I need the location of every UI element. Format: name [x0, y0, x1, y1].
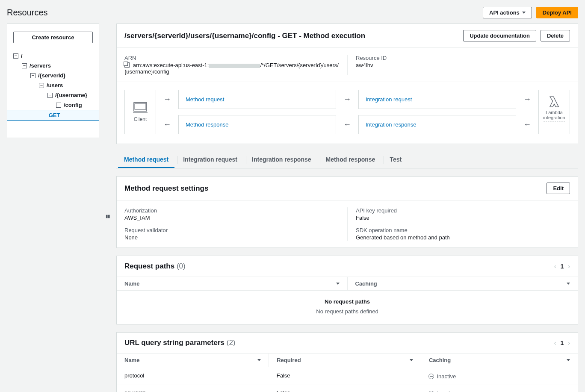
page-title: Resources — [7, 8, 48, 18]
next-page-icon[interactable]: › — [568, 339, 570, 346]
sort-icon — [567, 359, 570, 361]
arrow-right-icon: → — [162, 90, 172, 109]
arrow-right-icon: → — [522, 90, 532, 109]
method-request-settings-card: Method request settings Edit Authorizati… — [116, 176, 578, 248]
column-name[interactable]: Name — [117, 277, 347, 291]
api-actions-button[interactable]: API actions — [483, 7, 532, 18]
cell-name: sourceIp — [117, 384, 269, 392]
request-paths-pager: ‹ 1 › — [554, 263, 570, 270]
cell-name: protocol — [117, 367, 269, 384]
inactive-icon — [428, 374, 434, 379]
authorization-value: AWS_IAM — [124, 215, 339, 221]
query-params-table: Name Required Caching protocolFalseInact… — [117, 354, 578, 392]
tree-item-get[interactable]: GET — [7, 110, 99, 121]
arrow-right-icon: → — [342, 90, 352, 109]
arrow-left-icon: ← — [342, 115, 352, 134]
lambda-icon — [547, 94, 561, 110]
dotted-line — [544, 121, 565, 121]
query-params-card: URL query string parameters (2) ‹ 1 › Na… — [116, 332, 578, 392]
query-params-pager: ‹ 1 › — [554, 339, 570, 346]
validator-label: Request validator — [124, 227, 339, 233]
request-paths-empty-title: No request paths — [117, 291, 578, 308]
request-paths-card: Request paths (0) ‹ 1 › Name — [116, 256, 578, 324]
api-key-label: API key required — [356, 207, 570, 214]
arn-label: ARN — [124, 55, 339, 61]
tree-collapse-icon[interactable]: − — [22, 63, 27, 68]
flow-integration-response[interactable]: Integration response — [358, 115, 516, 134]
request-paths-empty-sub: No request paths defined — [117, 308, 578, 324]
cell-caching: Inactive — [421, 367, 578, 384]
sidebar-resize-handle[interactable]: ▮▮ — [106, 214, 109, 218]
method-request-settings-heading: Method request settings — [124, 184, 208, 193]
tree-collapse-icon[interactable]: − — [56, 103, 61, 108]
update-documentation-button[interactable]: Update documentation — [463, 30, 536, 41]
request-paths-heading: Request paths (0) — [124, 262, 186, 271]
redacted-account-id — [209, 64, 260, 68]
tree-item-root[interactable]: − / — [7, 51, 99, 61]
method-execution-title: /servers/{serverId}/users/{username}/con… — [124, 32, 365, 40]
method-tabs: Method request Integration request Integ… — [116, 152, 578, 168]
resource-id-label: Resource ID — [356, 55, 570, 61]
flow-integration-request[interactable]: Integration request — [358, 90, 516, 109]
create-resource-button[interactable]: Create resource — [13, 32, 93, 43]
authorization-label: Authorization — [124, 207, 339, 214]
svg-rect-1 — [135, 103, 146, 109]
tab-method-response[interactable]: Method response — [320, 152, 381, 168]
method-execution-flow: Client → Method request → Integration re… — [117, 82, 578, 144]
cell-caching: Inactive — [421, 384, 578, 392]
tree-collapse-icon[interactable]: − — [39, 83, 44, 88]
svg-rect-0 — [134, 103, 147, 111]
column-required[interactable]: Required — [269, 354, 421, 367]
page-number: 1 — [561, 263, 564, 270]
tab-method-request[interactable]: Method request — [118, 152, 174, 168]
sort-icon — [567, 283, 570, 285]
client-icon — [133, 102, 148, 114]
table-row: sourceIpFalseInactive — [117, 384, 578, 392]
page-header: Resources API actions Deploy API — [7, 5, 578, 24]
page-number: 1 — [561, 339, 564, 346]
next-page-icon[interactable]: › — [568, 263, 570, 270]
tree-item-config[interactable]: − /config — [7, 100, 99, 110]
flow-method-response[interactable]: Method response — [178, 115, 336, 134]
tree-collapse-icon[interactable]: − — [13, 53, 18, 59]
arn-value: arn:aws:execute-api:us-east-1:/*/GET/ser… — [124, 62, 339, 75]
cell-required: False — [269, 384, 421, 392]
sort-icon — [410, 359, 413, 361]
caret-down-icon — [522, 12, 526, 14]
tree-item-server-id[interactable]: − /{serverId} — [7, 71, 99, 80]
request-paths-table: Name Caching — [117, 277, 578, 291]
prev-page-icon[interactable]: ‹ — [554, 263, 556, 270]
column-caching[interactable]: Caching — [421, 354, 578, 367]
arrow-left-icon: ← — [522, 115, 532, 134]
arrow-left-icon: ← — [162, 115, 172, 134]
tab-integration-response[interactable]: Integration response — [246, 152, 317, 168]
resource-tree: − / − /servers − /{serverId} − /users − — [7, 51, 99, 121]
sdk-label: SDK operation name — [356, 227, 570, 233]
column-name[interactable]: Name — [117, 354, 269, 367]
prev-page-icon[interactable]: ‹ — [554, 339, 556, 346]
flow-method-request[interactable]: Method request — [178, 90, 336, 109]
tree-collapse-icon[interactable]: − — [30, 73, 35, 78]
deploy-api-button[interactable]: Deploy API — [536, 7, 578, 18]
tree-item-servers[interactable]: − /servers — [7, 61, 99, 71]
tree-collapse-icon[interactable]: − — [47, 93, 53, 98]
tab-integration-request[interactable]: Integration request — [177, 152, 243, 168]
tree-item-username[interactable]: − /{username} — [7, 90, 99, 100]
query-params-heading: URL query string parameters (2) — [124, 339, 236, 347]
column-caching[interactable]: Caching — [347, 277, 578, 291]
sort-icon — [257, 359, 261, 361]
edit-settings-button[interactable]: Edit — [547, 183, 570, 194]
tab-test[interactable]: Test — [384, 152, 408, 168]
table-row: protocolFalseInactive — [117, 367, 578, 384]
tree-item-users[interactable]: − /users — [7, 80, 99, 90]
resources-sidebar: Create resource − / − /servers − /{serve… — [7, 24, 99, 138]
sort-icon — [336, 283, 340, 285]
flow-lambda-box[interactable]: Lambda integration — [538, 90, 570, 134]
delete-button[interactable]: Delete — [541, 30, 570, 41]
resource-id-value: aw4ihv — [356, 62, 570, 68]
method-execution-card: /servers/{serverId}/users/{username}/con… — [116, 24, 578, 144]
copy-icon[interactable] — [124, 62, 130, 68]
flow-client-box: Client — [124, 90, 156, 134]
inactive-icon — [428, 391, 434, 392]
validator-value: None — [124, 234, 339, 241]
